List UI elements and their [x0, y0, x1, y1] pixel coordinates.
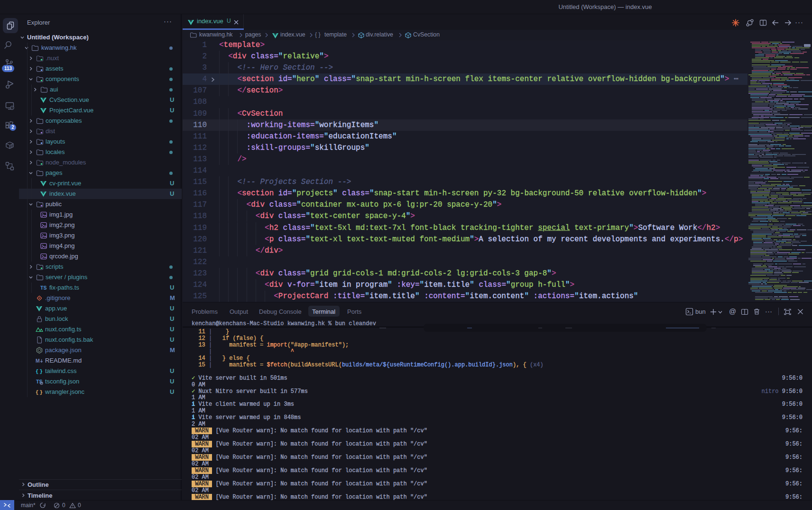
svg-text:{ }: { }: [36, 390, 43, 395]
svg-text:{ }: { }: [36, 369, 43, 374]
svg-text:M: M: [36, 358, 40, 364]
svg-text:TS: TS: [40, 285, 46, 291]
